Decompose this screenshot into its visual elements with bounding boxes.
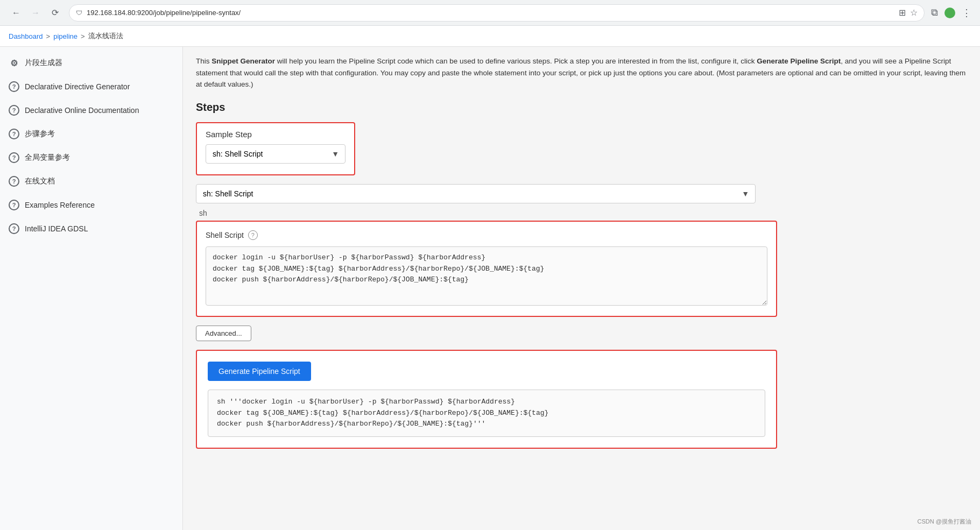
sidebar-item-step-ref[interactable]: ? 步骤参考 [0, 122, 182, 146]
sidebar-item-intellij-gdsl-label: IntelliJ IDEA GDSL [25, 224, 88, 233]
intro-bold-generate: Generate Pipeline Script [757, 57, 841, 65]
browser-nav-buttons: ← → ⟳ [9, 5, 62, 20]
nav-reload-button[interactable]: ⟳ [47, 5, 62, 20]
generate-section-box: Generate Pipeline Script sh '''docker lo… [196, 350, 777, 449]
question-icon-examples: ? [9, 200, 19, 210]
intro-bold-snippet: Snippet Generator [211, 57, 275, 65]
sidebar-item-global-var-label: 全局变量参考 [25, 153, 70, 162]
sidebar-item-declarative-directive-label: Declarative Directive Generator [25, 82, 130, 91]
breadcrumb: Dashboard > pipeline > 流水线语法 [0, 26, 980, 47]
sidebar-item-prev-label: 片段生成器 [25, 58, 62, 68]
sample-step-dropdown[interactable]: sh: Shell Script [206, 144, 346, 164]
sidebar-item-examples-ref[interactable]: ? Examples Reference [0, 193, 182, 217]
shell-script-box: Shell Script ? docker login -u ${harborU… [196, 221, 777, 317]
question-icon-inline-doc: ? [9, 176, 19, 187]
extensions-button[interactable]: ⧉ [931, 7, 938, 18]
breadcrumb-sep2: > [81, 32, 85, 40]
menu-button[interactable]: ⋮ [962, 7, 971, 19]
question-icon-intellij: ? [9, 223, 19, 234]
sidebar-item-declarative-online-doc[interactable]: ? Declarative Online Documentation [0, 98, 182, 122]
sidebar: ⚙ 片段生成器 ? Declarative Directive Generato… [0, 47, 183, 530]
sidebar-item-step-ref-label: 步骤参考 [25, 129, 55, 139]
breadcrumb-sep1: > [46, 32, 51, 40]
browser-actions: ⧉ ⋮ [931, 7, 971, 19]
sample-step-label: Sample Step [206, 130, 346, 139]
breadcrumb-current: 流水线语法 [88, 31, 123, 41]
shell-script-label: Shell Script [206, 231, 244, 239]
bookmark-icon: ☆ [910, 8, 918, 18]
address-bar-text: 192.168.184.80:9200/job/pipeline/pipelin… [87, 9, 241, 17]
main-layout: ⚙ 片段生成器 ? Declarative Directive Generato… [0, 47, 980, 530]
breadcrumb-dashboard[interactable]: Dashboard [9, 32, 43, 40]
main-step-dropdown[interactable]: sh: Shell Script [196, 184, 756, 203]
sidebar-item-declarative-online-doc-label: Declarative Online Documentation [25, 106, 139, 115]
sample-step-dropdown-wrapper: sh: Shell Script ▼ [206, 144, 346, 164]
sidebar-item-intellij-gdsl[interactable]: ? IntelliJ IDEA GDSL [0, 217, 182, 241]
breadcrumb-pipeline[interactable]: pipeline [53, 32, 77, 40]
question-icon-step-ref: ? [9, 129, 19, 139]
sample-step-box: Sample Step sh: Shell Script ▼ [196, 122, 355, 175]
address-bar[interactable]: 🛡 192.168.184.80:9200/job/pipeline/pipel… [69, 4, 925, 22]
extensions-icon: ⊞ [899, 8, 906, 18]
sidebar-item-declarative-directive[interactable]: ? Declarative Directive Generator [0, 75, 182, 98]
watermark: CSDN @摸鱼打酱油 [918, 518, 971, 526]
nav-forward-button[interactable]: → [28, 5, 43, 20]
sidebar-item-prev-section[interactable]: ⚙ 片段生成器 [0, 51, 182, 75]
content-area: This Snippet Generator will help you lea… [183, 47, 980, 530]
sidebar-item-online-doc[interactable]: ? 在线文档 [0, 169, 182, 193]
sidebar-item-examples-ref-label: Examples Reference [25, 201, 95, 209]
intro-text: This Snippet Generator will help you lea… [196, 55, 967, 90]
steps-section-title: Steps [196, 101, 967, 114]
gear-icon: ⚙ [9, 58, 19, 68]
main-dropdown-wrapper: sh: Shell Script ▼ [196, 184, 756, 203]
help-icon[interactable]: ? [248, 230, 258, 240]
shell-script-header: Shell Script ? [206, 230, 767, 240]
browser-chrome: ← → ⟳ 🛡 192.168.184.80:9200/job/pipeline… [0, 0, 980, 26]
sh-label: sh [199, 209, 967, 217]
user-icon[interactable] [944, 8, 955, 18]
generate-pipeline-script-button[interactable]: Generate Pipeline Script [208, 362, 311, 381]
sidebar-item-global-var[interactable]: ? 全局变量参考 [0, 146, 182, 169]
sidebar-item-online-doc-label: 在线文档 [25, 176, 55, 186]
shell-script-textarea[interactable]: docker login -u ${harborUser} -p ${harbo… [206, 246, 767, 306]
advanced-button[interactable]: Advanced... [196, 326, 251, 341]
question-icon-directive: ? [9, 81, 19, 92]
pipeline-script-output: sh '''docker login -u ${harborUser} -p $… [208, 390, 765, 437]
question-icon-global-var: ? [9, 152, 19, 163]
nav-back-button[interactable]: ← [9, 5, 24, 20]
question-icon-online-doc: ? [9, 105, 19, 116]
shield-icon: 🛡 [76, 9, 82, 17]
